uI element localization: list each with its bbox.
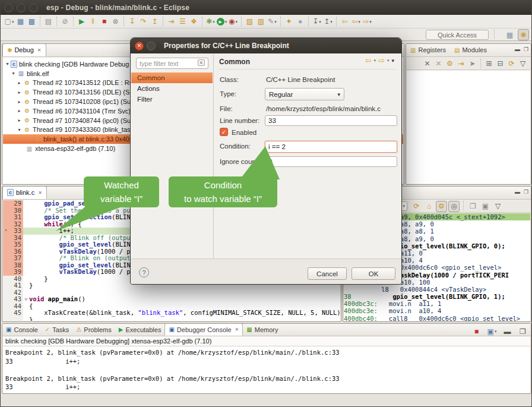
back-icon[interactable]: ⇦ <box>365 56 372 64</box>
display-selected-console-icon[interactable]: ▣▾ <box>486 326 498 337</box>
chevron-down-icon[interactable]: ▾ <box>387 58 390 63</box>
resume-icon[interactable]: ▶ <box>76 16 87 27</box>
line-number-input[interactable] <box>265 115 397 126</box>
expand-icon[interactable]: ▸ <box>16 118 23 123</box>
profile-icon[interactable]: ❖ <box>188 16 200 27</box>
ignore-count-input[interactable] <box>265 156 397 167</box>
view-menu-icon[interactable]: ▽ <box>492 201 504 212</box>
suspend-icon[interactable]: ‖ <box>87 16 99 27</box>
tab-memory[interactable]: ▦Memory <box>243 323 281 336</box>
import-folder-icon[interactable]: ▧ <box>255 16 267 27</box>
dialog-close-button[interactable]: ✕ <box>135 42 144 51</box>
expand-icon[interactable]: ▸ <box>16 99 23 105</box>
disassembly-line[interactable]: 400dbc3c: movi.n a11, 1 <box>344 300 530 307</box>
external-tools-icon[interactable]: ◉▾ <box>227 16 239 27</box>
dialog-maximize-button[interactable] <box>147 42 156 51</box>
window-maximize-button[interactable] <box>29 4 38 12</box>
editor-line[interactable]: 43⊖void app_main() <box>3 296 340 303</box>
step-return-icon[interactable]: ↥ <box>149 16 160 27</box>
disassembly-line[interactable]: 400dbc40: call8 0x400dc6c0 <gpio_set_lev… <box>344 315 530 321</box>
condition-input[interactable] <box>265 141 397 153</box>
debug-perspective-icon[interactable]: ❃ <box>518 29 529 40</box>
maximize-icon[interactable]: ❐ <box>524 189 528 195</box>
binary-file-icon[interactable]: ▤ <box>43 16 54 27</box>
quick-access-box[interactable]: Quick Access <box>426 30 489 40</box>
minimize-icon[interactable]: ▬ <box>515 189 520 195</box>
annotate-icon[interactable]: ✎▾ <box>267 16 278 27</box>
last-edit-location-icon[interactable]: ⇦ <box>339 16 350 27</box>
expand-icon[interactable]: ▾ <box>4 61 11 67</box>
clear-filter-icon[interactable]: ✕ <box>198 59 205 66</box>
ok-button[interactable]: OK <box>352 267 395 280</box>
sphere-icon[interactable]: ● <box>294 16 306 27</box>
collapse-all-icon[interactable]: ⊟ <box>495 58 506 70</box>
terminate-icon[interactable]: ■ <box>99 16 110 27</box>
refresh-icon[interactable]: ⟳ <box>506 58 517 70</box>
save-all-icon[interactable]: ▩ <box>26 16 37 27</box>
tab-debug[interactable]: ❃ Debug ✕ <box>2 43 46 56</box>
debug-icon[interactable]: ❃▾ <box>205 16 216 27</box>
tab-modules[interactable]: ▤Modules <box>450 43 491 56</box>
export-registers-icon[interactable]: ⇥ <box>455 58 467 70</box>
dialog-nav-common[interactable]: Common <box>131 72 213 83</box>
maximize-icon[interactable]: ❐ <box>517 326 528 337</box>
save-icon[interactable]: ▦ <box>15 16 26 27</box>
forward-icon[interactable]: ⇨ <box>378 56 385 64</box>
show-source-icon[interactable]: ⚙ <box>436 201 447 212</box>
expand-icon[interactable]: ▸ <box>16 90 23 95</box>
open-new-view-icon[interactable]: ❐ <box>467 201 479 212</box>
disassembly-line[interactable]: 400dbc3e: movi.n a10, 4 <box>344 307 530 314</box>
expand-icon[interactable]: ▸ <box>16 108 23 113</box>
maximize-icon[interactable]: ❐ <box>524 46 528 52</box>
editor-line[interactable]: 45 xTaskCreate(&blink_task, "blink_task"… <box>3 310 340 317</box>
expand-icon[interactable]: ▾ <box>16 127 23 132</box>
expand-icon[interactable]: ▾ <box>10 71 17 76</box>
help-icon[interactable]: ? <box>139 267 149 277</box>
dialog-nav-actions[interactable]: Actions <box>131 83 213 94</box>
window-close-button[interactable] <box>4 4 13 12</box>
close-icon[interactable]: ✕ <box>37 48 42 53</box>
view-menu-icon[interactable]: ▽ <box>517 58 528 70</box>
fold-icon[interactable]: ⊖ <box>23 296 29 303</box>
close-icon[interactable]: ✕ <box>235 327 239 332</box>
tab-registers[interactable]: ▥Registers <box>406 43 450 56</box>
window-minimize-button[interactable] <box>17 4 26 12</box>
next-annotation-icon[interactable]: ↧▾ <box>311 16 322 27</box>
refresh-view-icon[interactable]: ⟳ <box>411 201 422 212</box>
expand-icon[interactable]: ▸ <box>16 80 23 86</box>
terminate-console-icon[interactable]: ■ <box>471 326 482 337</box>
step-into-icon[interactable]: ↧ <box>126 16 138 27</box>
expand-all-icon[interactable]: ⊞ <box>483 58 495 70</box>
tab-problems[interactable]: ⚠Problems <box>72 323 115 336</box>
run-icon[interactable]: ▶▾ <box>216 16 227 27</box>
view-menu-icon[interactable]: ▾ <box>391 58 394 64</box>
remove-register-group-icon[interactable]: ✕ <box>422 58 433 70</box>
forward-icon[interactable]: ⇨▾ <box>362 16 373 27</box>
instruction-stepping-icon[interactable]: ⇥ <box>166 16 177 27</box>
disassembly-line[interactable]: 38 gpio_set_level(BLINK_GPIO, 1); <box>344 293 530 300</box>
trace-icon[interactable]: ☰ <box>177 16 188 27</box>
back-icon[interactable]: ⇦▾ <box>350 16 362 27</box>
pin-view-icon[interactable]: ➤ <box>467 58 478 70</box>
console-output[interactable]: Breakpoint 2, blink_task (pvParameter=0x… <box>3 346 530 393</box>
cancel-button[interactable]: Cancel <box>308 267 347 280</box>
pin-view-icon[interactable]: ▣ <box>480 201 491 212</box>
disassembly-line[interactable]: l8 0x400844c4 <vTaskDelay> <box>344 286 530 293</box>
dialog-nav-filter[interactable]: Filter <box>131 94 213 105</box>
prev-annotation-icon[interactable]: ↥▾ <box>322 16 334 27</box>
tab-tasks[interactable]: ✓Tasks <box>42 323 73 336</box>
disconnect-icon[interactable]: ⊗ <box>110 16 121 27</box>
chevron-down-icon[interactable]: ▾ <box>374 58 376 63</box>
minimize-icon[interactable]: ▬ <box>515 46 520 52</box>
breakpoint-icon[interactable]: ➤ <box>3 228 9 235</box>
step-over-icon[interactable]: ↷ <box>138 16 149 27</box>
tab-console[interactable]: ▣Console <box>2 323 42 336</box>
close-icon[interactable]: ✕ <box>38 190 42 195</box>
home-icon[interactable]: ⌂ <box>423 201 435 212</box>
tab-executables[interactable]: ▶Executables <box>115 323 165 336</box>
tab-blink-c[interactable]: c blink.c ✕ <box>2 186 47 199</box>
track-expression-icon[interactable]: ◎ <box>448 201 460 212</box>
type-select[interactable]: Regular ▾ <box>265 88 344 100</box>
skip-breakpoints-icon[interactable]: ⊘ <box>59 16 71 27</box>
editor-line[interactable]: } <box>3 317 340 321</box>
